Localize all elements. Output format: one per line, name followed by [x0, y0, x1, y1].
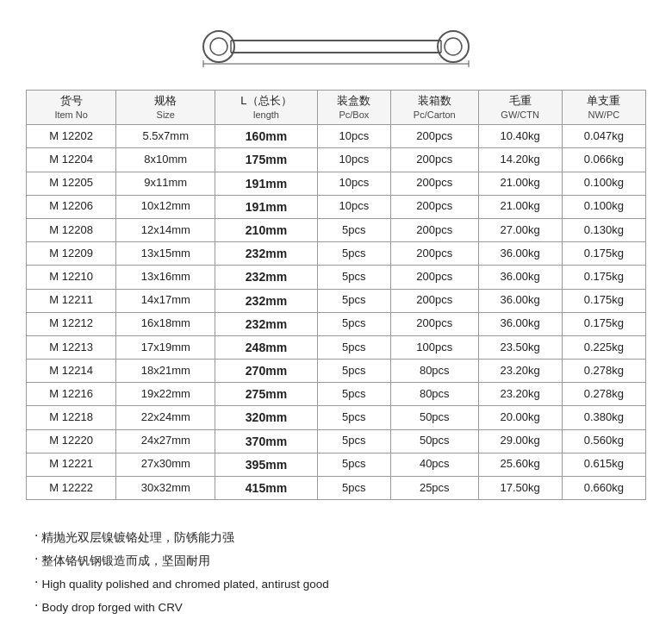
table-cell: 5pcs: [317, 453, 390, 476]
table-cell: M 12221: [27, 453, 116, 476]
table-cell: 8x10mm: [116, 148, 215, 172]
table-cell: 17.50kg: [478, 477, 562, 500]
table-row: M 1221822x24mm320mm5pcs50pcs20.00kg0.380…: [27, 406, 646, 429]
table-cell: 0.278kg: [562, 360, 645, 383]
table-cell: 10x12mm: [116, 195, 215, 218]
table-cell: M 12214: [27, 360, 116, 383]
table-cell: 200pcs: [390, 125, 478, 148]
table-cell: 13x15mm: [116, 242, 215, 266]
table-cell: 415mm: [215, 477, 317, 500]
table-cell: 5pcs: [317, 406, 390, 429]
features-list: 精抛光双层镍镀铬处理，防锈能力强整体铬钒钢锻造而成，坚固耐用High quali…: [26, 519, 646, 626]
table-row: M 122059x11mm191mm10pcs200pcs21.00kg0.10…: [27, 172, 646, 195]
table-cell: 5pcs: [317, 477, 390, 500]
table-cell: 10pcs: [317, 172, 390, 195]
table-cell: 19x22mm: [116, 383, 215, 406]
table-cell: 0.615kg: [562, 453, 645, 476]
wrench-diagram: [198, 26, 474, 67]
table-cell: M 12205: [27, 172, 116, 195]
table-cell: M 12216: [27, 383, 116, 406]
table-row: M 1220610x12mm191mm10pcs200pcs21.00kg0.1…: [27, 195, 646, 218]
table-cell: M 12204: [27, 148, 116, 172]
table-cell: 5pcs: [317, 429, 390, 453]
table-row: M 1221114x17mm232mm5pcs200pcs36.00kg0.17…: [27, 289, 646, 312]
table-cell: 320mm: [215, 406, 317, 429]
table-header: 规格Size: [116, 91, 215, 125]
table-cell: 210mm: [215, 218, 317, 241]
table-cell: 200pcs: [390, 195, 478, 218]
table-cell: 0.660kg: [562, 477, 645, 500]
table-cell: 10.40kg: [478, 125, 562, 148]
table-cell: 5pcs: [317, 360, 390, 383]
table-cell: 22x24mm: [116, 406, 215, 429]
table-cell: 0.380kg: [562, 406, 645, 429]
table-cell: 5pcs: [317, 242, 390, 266]
svg-point-3: [445, 38, 462, 55]
table-cell: 5pcs: [317, 289, 390, 312]
table-cell: 0.100kg: [562, 172, 645, 195]
table-row: M 1221013x16mm232mm5pcs200pcs36.00kg0.17…: [27, 266, 646, 289]
table-cell: 18x21mm: [116, 360, 215, 383]
table-cell: 5pcs: [317, 312, 390, 335]
feature-item: 精抛光双层镍镀铬处理，防锈能力强: [34, 526, 638, 549]
feature-item: 整体铬钒钢锻造而成，坚固耐用: [34, 549, 638, 572]
table-header: 货号Item No: [27, 91, 116, 125]
svg-point-2: [438, 31, 469, 62]
table-cell: 36.00kg: [478, 242, 562, 266]
table-cell: 191mm: [215, 172, 317, 195]
diagram: [26, 17, 646, 74]
table-row: M 1221317x19mm248mm5pcs100pcs23.50kg0.22…: [27, 335, 646, 359]
table-cell: 10pcs: [317, 125, 390, 148]
table-cell: 23.20kg: [478, 383, 562, 406]
table-row: M 1222024x27mm370mm5pcs50pcs29.00kg0.560…: [27, 429, 646, 453]
table-cell: 0.047kg: [562, 125, 645, 148]
table-cell: M 12202: [27, 125, 116, 148]
table-row: M 1222230x32mm415mm5pcs25pcs17.50kg0.660…: [27, 477, 646, 500]
table-cell: 25pcs: [390, 477, 478, 500]
feature-item: High quality polished and chromed plated…: [34, 572, 638, 596]
svg-point-0: [203, 31, 234, 62]
table-row: M 1221418x21mm270mm5pcs80pcs23.20kg0.278…: [27, 360, 646, 383]
table-cell: 23.20kg: [478, 360, 562, 383]
table-row: M 122025.5x7mm160mm10pcs200pcs10.40kg0.0…: [27, 125, 646, 148]
table-cell: M 12211: [27, 289, 116, 312]
table-cell: 232mm: [215, 266, 317, 289]
table-header: L（总长）length: [215, 91, 317, 125]
table-cell: 270mm: [215, 360, 317, 383]
table-row: M 1222127x30mm395mm5pcs40pcs25.60kg0.615…: [27, 453, 646, 476]
table-cell: 200pcs: [390, 218, 478, 241]
table-cell: 5.5x7mm: [116, 125, 215, 148]
table-cell: M 12218: [27, 406, 116, 429]
table-cell: 200pcs: [390, 289, 478, 312]
table-cell: 40pcs: [390, 453, 478, 476]
table-row: M 1221619x22mm275mm5pcs80pcs23.20kg0.278…: [27, 383, 646, 406]
table-cell: 0.175kg: [562, 289, 645, 312]
table-cell: M 12222: [27, 477, 116, 500]
table-cell: 13x16mm: [116, 266, 215, 289]
table-cell: 9x11mm: [116, 172, 215, 195]
table-cell: 200pcs: [390, 172, 478, 195]
table-cell: 0.175kg: [562, 242, 645, 266]
table-cell: 27x30mm: [116, 453, 215, 476]
table-cell: 17x19mm: [116, 335, 215, 359]
table-cell: M 12206: [27, 195, 116, 218]
table-cell: 5pcs: [317, 266, 390, 289]
table-cell: 0.130kg: [562, 218, 645, 241]
table-cell: 0.100kg: [562, 195, 645, 218]
table-cell: 80pcs: [390, 360, 478, 383]
table-cell: M 12209: [27, 242, 116, 266]
table-header: 单支重NW/PC: [562, 91, 645, 125]
table-cell: 10pcs: [317, 195, 390, 218]
product-table: 货号Item No规格SizeL（总长）length装盒数Pc/Box装箱数Pc…: [26, 90, 646, 500]
table-cell: M 12210: [27, 266, 116, 289]
table-cell: 175mm: [215, 148, 317, 172]
table-cell: 14x17mm: [116, 289, 215, 312]
table-cell: 395mm: [215, 453, 317, 476]
table-cell: 370mm: [215, 429, 317, 453]
table-cell: 200pcs: [390, 312, 478, 335]
table-cell: M 12212: [27, 312, 116, 335]
svg-point-1: [210, 38, 227, 55]
table-cell: 80pcs: [390, 383, 478, 406]
table-cell: 23.50kg: [478, 335, 562, 359]
table-cell: 232mm: [215, 312, 317, 335]
